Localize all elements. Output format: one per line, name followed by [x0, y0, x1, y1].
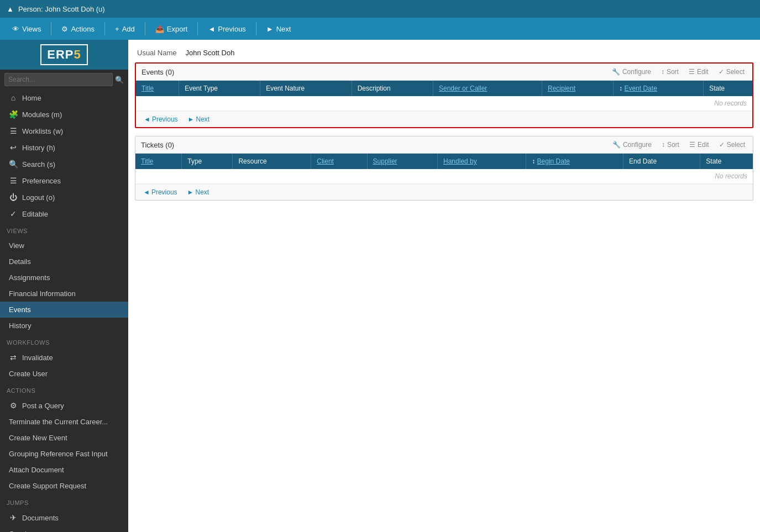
select-check-icon: ✓	[719, 68, 724, 76]
events-panel-header: Events (0) 🔧 Configure ↕ Sort ☰ Edit	[136, 64, 752, 81]
actions-button[interactable]: ⚙ Actions	[54, 20, 102, 38]
sidebar-item-assignments[interactable]: Assignments	[0, 270, 128, 286]
preferences-icon: ☰	[9, 176, 18, 185]
events-col-event-date[interactable]: ↕ Event Date	[614, 81, 704, 96]
sidebar-logo: ERP5	[0, 40, 128, 70]
sidebar-item-create-support[interactable]: Create Support Request	[0, 478, 128, 494]
events-col-title[interactable]: Title	[136, 81, 179, 96]
events-no-records: No records	[136, 96, 752, 111]
divider	[104, 22, 105, 35]
sidebar-item-create-user[interactable]: Create User	[0, 366, 128, 382]
sidebar-item-home[interactable]: ⌂ Home	[0, 89, 128, 106]
events-no-records-row: No records	[136, 96, 752, 111]
tickets-prev-button[interactable]: ◄ Previous	[140, 187, 181, 197]
home-icon: ⌂	[9, 93, 18, 102]
tickets-select-button[interactable]: ✓ Select	[717, 140, 747, 150]
tickets-col-end-date: End Date	[623, 154, 700, 169]
sidebar-item-create-event[interactable]: Create New Event	[0, 430, 128, 446]
sidebar-item-details[interactable]: Details	[0, 254, 128, 270]
sidebar-item-financial-information[interactable]: Financial Information	[0, 286, 128, 302]
events-sort-button[interactable]: ↕ Sort	[659, 67, 681, 77]
search-input[interactable]	[4, 73, 113, 86]
prev-icon: ◄	[208, 25, 215, 33]
events-table-header-row: Title Event Type Event Nature Descriptio…	[136, 81, 752, 96]
search-icon[interactable]: 🔍	[115, 76, 124, 84]
tickets-sort-button[interactable]: ↕ Sort	[659, 140, 682, 150]
tickets-col-supplier[interactable]: Supplier	[367, 154, 437, 169]
sidebar-item-worklists[interactable]: ☰ Worklists (w)	[0, 123, 128, 139]
sidebar-item-preferences[interactable]: ☰ Preferences	[0, 172, 128, 189]
events-edit-button[interactable]: ☰ Edit	[686, 67, 711, 77]
events-table: Title Event Type Event Nature Descriptio…	[136, 81, 752, 111]
sidebar-item-invalidate[interactable]: ⇄ Invalidate	[0, 349, 128, 366]
sidebar-item-grouping-reference[interactable]: Grouping Reference Fast Input	[0, 446, 128, 462]
main-layout: ERP5 🔍 ⌂ Home 🧩 Modules (m) ☰ Worklists …	[0, 40, 760, 532]
sidebar-item-history-view[interactable]: History	[0, 318, 128, 334]
tickets-col-begin-date[interactable]: ↕ Begin Date	[526, 154, 623, 169]
tickets-table: Title Type Resource Client Supplier Hand…	[135, 154, 753, 184]
divider	[256, 22, 256, 35]
actions-nav-icon: ⚙	[9, 401, 18, 410]
events-next-icon: ►	[188, 115, 195, 123]
tickets-panel-title: Tickets (0)	[141, 141, 606, 149]
sidebar-item-post-query[interactable]: ⚙ Post a Query	[0, 397, 128, 414]
tickets-sort-icon: ↕	[662, 141, 665, 149]
tickets-col-type: Type	[182, 154, 233, 169]
worklists-icon: ☰	[9, 127, 18, 135]
events-col-sender[interactable]: Sender or Caller	[433, 81, 542, 96]
logout-icon: ⏻	[9, 193, 18, 202]
tickets-col-client[interactable]: Client	[311, 154, 367, 169]
events-panel-actions: 🔧 Configure ↕ Sort ☰ Edit ✓ Select	[610, 67, 747, 77]
sidebar-item-events[interactable]: Events	[0, 302, 128, 318]
history-icon: ↩	[9, 143, 18, 152]
events-prev-icon: ◄	[144, 115, 150, 123]
tickets-col-title[interactable]: Title	[135, 154, 182, 169]
top-header: ▲ Person: John Scott Doh (u)	[0, 0, 760, 18]
events-col-recipient[interactable]: Recipient	[542, 81, 613, 96]
tickets-pagination: ◄ Previous ► Next	[135, 184, 753, 200]
events-pagination: ◄ Previous ► Next	[136, 111, 752, 127]
tickets-no-records-row: No records	[135, 169, 753, 184]
configure-icon: 🔧	[612, 68, 620, 76]
events-select-button[interactable]: ✓ Select	[716, 67, 747, 77]
sidebar-item-attach-document[interactable]: Attach Document	[0, 462, 128, 478]
export-button[interactable]: 📤 Export	[148, 20, 196, 38]
usual-name-row: Usual Name John Scott Doh	[135, 45, 753, 62]
events-prev-button[interactable]: ◄ Previous	[140, 114, 181, 124]
breadcrumb-arrow-icon: ▲	[7, 5, 14, 13]
events-panel: Events (0) 🔧 Configure ↕ Sort ☰ Edit	[135, 62, 753, 128]
tickets-panel-header: Tickets (0) 🔧 Configure ↕ Sort ☰ Edit	[135, 136, 753, 154]
tickets-no-records: No records	[135, 169, 753, 184]
jumps-section-label: JUMPS	[0, 496, 128, 509]
jumps-icon: ✈	[9, 513, 18, 522]
divider	[51, 22, 51, 35]
events-col-description: Description	[352, 81, 433, 96]
events-panel-title: Events (0)	[141, 68, 605, 76]
sidebar-item-editable[interactable]: ✓ Editable	[0, 206, 128, 222]
sidebar-item-history[interactable]: ↩ History (h)	[0, 139, 128, 156]
tickets-configure-button[interactable]: 🔧 Configure	[610, 140, 654, 150]
sidebar-item-terminate-career[interactable]: Terminate the Current Career...	[0, 414, 128, 430]
views-button[interactable]: 👁 Views	[4, 20, 49, 38]
tickets-edit-button[interactable]: ☰ Edit	[687, 140, 711, 150]
sidebar-item-documents[interactable]: ✈ Documents	[0, 509, 128, 526]
add-button[interactable]: + Add	[107, 20, 143, 38]
next-button[interactable]: ► Next	[259, 20, 299, 38]
next-icon: ►	[266, 25, 274, 33]
sidebar-item-modules[interactable]: 🧩 Modules (m)	[0, 106, 128, 123]
tickets-next-button[interactable]: ► Next	[184, 187, 213, 197]
events-next-button[interactable]: ► Next	[185, 114, 213, 124]
tickets-col-handled-by[interactable]: Handled by	[438, 154, 526, 169]
sidebar-item-search[interactable]: 🔍 Search (s)	[0, 156, 128, 172]
content-area: Usual Name John Scott Doh Events (0) 🔧 C…	[128, 40, 760, 532]
modules-icon: 🧩	[9, 110, 18, 119]
edit-icon: ☰	[689, 68, 695, 76]
actions-icon: ⚙	[61, 25, 68, 33]
previous-button[interactable]: ◄ Previous	[200, 20, 253, 38]
sidebar-item-view[interactable]: View	[0, 238, 128, 254]
sidebar-item-logout[interactable]: ⏻ Logout (o)	[0, 189, 128, 206]
sidebar-item-queries[interactable]: Queries	[0, 526, 128, 532]
events-col-state: State	[704, 81, 752, 96]
events-configure-button[interactable]: 🔧 Configure	[610, 67, 653, 77]
divider	[145, 22, 145, 35]
